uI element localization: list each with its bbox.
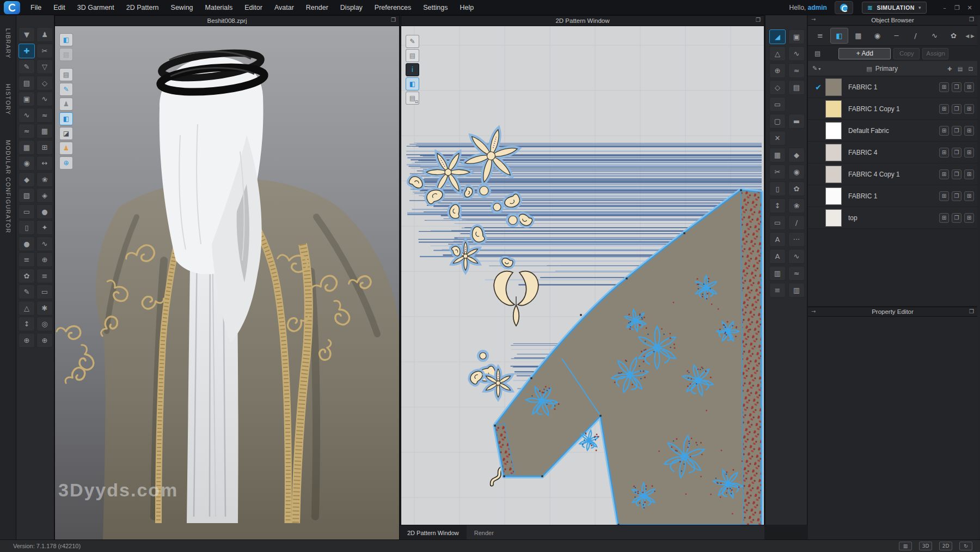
add-plus-icon[interactable]: ⊞ [939,126,949,136]
fabric-row[interactable]: FABRIC 4⊞❐⊞ [808,142,977,163]
tool-slash-icon[interactable]: / [788,215,805,230]
tool-simulate-icon[interactable]: ▼ [19,27,35,42]
add-plus-icon[interactable]: ⊞ [939,148,949,157]
assign-fabric-icon[interactable]: ⊞ [964,213,974,223]
edit-annotation-icon[interactable]: ✎▾ [812,65,820,72]
tool-scale-tool-icon[interactable]: ↕ [19,317,35,331]
tool-garment-fit-icon[interactable]: ▽ [36,59,53,74]
fabric-row[interactable]: ✔FABRIC 1⊞❐⊞ [808,76,977,98]
tool-pin-2d-icon[interactable]: ◉ [788,165,805,179]
object-browser-titlebar[interactable]: → Object Browser ❐ [808,15,977,26]
tool-flower-a-icon[interactable]: ✿ [788,181,805,196]
fabric-selected-check[interactable]: ✔ [811,83,825,92]
tool-arrange-points-icon[interactable]: ◇ [36,76,53,90]
expand-icon[interactable]: ❐ [969,16,974,22]
minimize-icon[interactable]: – [941,4,948,11]
ob-tab-object-list-icon[interactable]: ≡ [811,28,829,44]
close-icon[interactable]: ✕ [966,4,973,11]
tool-segment-sewing-icon[interactable]: ∿ [788,46,805,61]
tool-hem-tool-icon[interactable]: ⊕ [19,333,35,348]
tool-zigzag-m-icon[interactable]: ≈ [788,266,805,281]
assign-fabric-icon[interactable]: ⊞ [964,104,974,114]
add-plus-icon[interactable]: ⊞ [939,191,949,201]
menu-item-materials[interactable]: Materials [199,0,239,15]
tool-avatar-edit-icon[interactable]: ✂ [36,44,53,58]
tool-flower-b-icon[interactable]: ❀ [788,198,805,213]
tool-button-tool-icon[interactable]: ● [19,236,35,251]
rail-tab-history[interactable]: HISTORY [4,81,12,119]
tool-cut-sew-icon[interactable]: ✂ [769,165,786,179]
tool-world-icon[interactable]: ⊕ [36,333,53,348]
tool-wrinkle-icon[interactable]: ∿ [36,236,53,251]
tool-flower-trim-icon[interactable]: ❀ [36,172,53,187]
show-3d-garment-icon[interactable]: ▤ [59,48,73,61]
clone-fabric-icon[interactable]: ❐ [952,126,961,136]
window-3d-titlebar[interactable]: Beshit008.zprj ❐ [55,16,399,26]
tool-show-garment-fit-icon[interactable]: ▤ [19,76,35,90]
view-2d-button[interactable]: 2D [939,542,952,550]
viewport-2d[interactable]: ✎▤i◧▤⊡ [401,26,764,525]
pattern-info-icon[interactable]: i [406,63,419,76]
window-2d-titlebar[interactable]: 2D Pattern Window ❐ [401,16,764,26]
add-plus-icon[interactable]: ⊞ [939,104,949,114]
ob-tab-button-icon[interactable]: ◉ [868,28,886,44]
fabric-swatch[interactable] [825,187,842,205]
tool-dashed-shape-icon[interactable]: ▢ [769,114,786,129]
cloud-sync-button[interactable] [835,1,853,14]
tool-text-tool-icon[interactable]: A [769,232,786,247]
tool-puff-icon[interactable]: ✱ [36,301,53,316]
bottom-tab-render[interactable]: Render [467,525,501,540]
tool-lettering-icon[interactable]: A [769,249,786,264]
tool-steam-iron-icon[interactable]: ▬ [788,114,805,129]
tool-select-move-icon[interactable]: ✚ [19,44,35,58]
menu-item-avatar[interactable]: Avatar [268,0,300,15]
tool-elastic-icon[interactable]: ≡ [36,269,53,283]
tool-rectangle-icon[interactable]: ▭ [769,97,786,112]
menu-item-editor[interactable]: Editor [238,0,268,15]
show-skin-icon[interactable]: ♟ [59,142,73,155]
tool-pin-icon[interactable]: ◉ [19,156,35,171]
tool-free-sewing-icon[interactable]: ≈ [788,63,805,78]
add-group-icon[interactable]: ✚ [947,66,952,72]
ob-tab-stitch-icon[interactable]: / [906,28,924,44]
lock-icon[interactable]: ⊡ [969,66,973,72]
tool-grading-icon[interactable]: ▥ [769,266,786,281]
tool-basting-icon[interactable]: ··· [788,232,805,247]
fabric-row[interactable]: top⊞❐⊞ [808,207,977,229]
clo-logo[interactable] [4,1,20,14]
fabric-swatch[interactable] [825,209,842,227]
refresh-button[interactable]: ↻ [959,542,972,550]
viewport-3d[interactable]: ◧▤▤✎♟◧◪♟⊕ 3Dyyds.com [55,26,399,540]
fabric-row[interactable]: FABRIC 1 Copy 1⊞❐⊞ [808,98,977,120]
tool-layers-icon[interactable]: ▥ [788,283,805,298]
fabric-swatch[interactable] [825,100,842,118]
assign-fabric-icon[interactable]: ⊞ [964,126,974,136]
tool-avatar-pose-icon[interactable]: ♟ [36,27,53,42]
username[interactable]: admin [808,4,827,11]
tool-sewing-machine-2d-icon[interactable]: ▣ [788,29,805,44]
tool-stitch-edit-icon[interactable]: ∿ [36,92,53,106]
tool-tape-3d-icon[interactable]: ▯ [19,220,35,235]
tool-zipper-icon[interactable]: ≡ [19,252,35,267]
tool-measure-avatar-icon[interactable]: ↔ [36,156,53,171]
show-pattern-shade-icon[interactable]: ◪ [59,127,73,140]
tool-polygon-icon[interactable]: ◇ [769,80,786,95]
clone-fabric-icon[interactable]: ❐ [952,191,961,201]
menu-item-sewing[interactable]: Sewing [165,0,199,15]
tool-dart-icon[interactable]: ✕ [769,131,786,145]
add-plus-icon[interactable]: ⊞ [939,169,949,179]
menu-item-2d-pattern[interactable]: 2D Pattern [120,0,165,15]
ob-tab-puckering-icon[interactable]: ∿ [926,28,944,44]
render-montage-icon[interactable]: ◧ [59,33,73,46]
tool-edit-sculpt-icon[interactable]: ✎ [19,59,35,74]
tool-measure-2d-icon[interactable]: ↕ [769,198,786,213]
clone-fabric-icon[interactable]: ❐ [952,104,961,114]
expand-icon[interactable]: ❐ [391,17,396,23]
show-3d-pattern-icon[interactable]: ◧ [59,112,73,125]
view-3d-button[interactable]: 3D [919,542,932,550]
menu-item-file[interactable]: File [24,0,47,15]
rail-tab-library[interactable]: LIBRARY [4,25,12,62]
folder-icon[interactable]: ▤ [958,66,963,72]
tool-multi-sewing-icon[interactable]: ▤ [788,80,805,95]
add-plus-icon[interactable]: ⊞ [939,213,949,223]
